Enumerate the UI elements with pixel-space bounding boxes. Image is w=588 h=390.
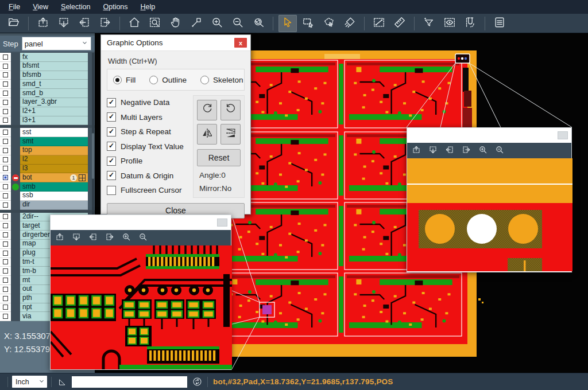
menu-options[interactable]: Options	[96, 0, 134, 14]
layer-name[interactable]: l3+1	[20, 116, 88, 126]
layer-visibility-cell[interactable]	[0, 267, 11, 276]
layer-visibility-checkbox[interactable]	[3, 287, 8, 292]
magnifier-window-right[interactable]	[407, 127, 572, 272]
layer-visibility-checkbox[interactable]	[3, 202, 8, 208]
layer-visibility-cell[interactable]	[0, 312, 11, 321]
reset-button[interactable]: Reset	[197, 149, 241, 166]
layer-visibility-cell[interactable]	[0, 128, 11, 137]
sync-icon[interactable]	[191, 376, 203, 388]
layer-name[interactable]: l2+1	[20, 107, 88, 116]
layer-visibility-checkbox[interactable]	[3, 251, 8, 256]
layer-visibility-cell[interactable]	[0, 182, 11, 192]
layer-visibility-cell[interactable]	[0, 303, 11, 313]
layer-name[interactable]: ssb	[20, 192, 88, 201]
layer-row-ssb[interactable]: ssb	[0, 192, 95, 201]
zoom-out-button[interactable]	[495, 145, 504, 157]
layer-row-bfsmt[interactable]: bfsmt	[0, 62, 95, 71]
measure-line-button[interactable]	[370, 15, 388, 32]
layer-visibility-checkbox[interactable]	[3, 72, 8, 77]
layer-visibility-cell[interactable]	[0, 249, 11, 258]
layer-row-top[interactable]: top	[0, 146, 95, 155]
window-titlebar[interactable]	[51, 215, 231, 230]
layer-visibility-checkbox[interactable]	[3, 241, 8, 247]
layer-name[interactable]: smb	[20, 182, 88, 192]
menu-selection[interactable]: Selection	[55, 0, 96, 14]
layer-visibility-checkbox[interactable]	[3, 175, 8, 180]
layer-visibility-cell[interactable]	[0, 276, 11, 285]
pan-left-button[interactable]	[88, 232, 98, 244]
pan-right-button[interactable]	[105, 232, 114, 244]
layer-visibility-cell[interactable]	[0, 146, 11, 155]
flip-horizontal-button[interactable]	[197, 124, 217, 145]
window-button[interactable]	[558, 131, 568, 139]
layer-name[interactable]: bfsmt	[20, 62, 88, 71]
pan-down-button[interactable]	[428, 145, 438, 157]
layer-visibility-checkbox[interactable]	[3, 166, 8, 171]
scrollbar-thumb[interactable]	[92, 133, 94, 179]
layer-row-l2[interactable]: l2	[0, 155, 95, 165]
menu-view[interactable]: View	[26, 0, 55, 14]
layer-visibility-checkbox[interactable]	[3, 223, 8, 228]
magnifier-window-left[interactable]	[50, 214, 231, 370]
layer-visibility-cell[interactable]	[0, 240, 11, 249]
checkbox-multi-layers[interactable]: ✓Multi Layers	[107, 110, 193, 125]
layer-name[interactable]: l3	[20, 165, 88, 174]
layer-name[interactable]: bot1	[20, 173, 88, 182]
pan-right-button[interactable]	[462, 145, 471, 157]
layer-row-smd_t[interactable]: smd_t	[0, 80, 95, 89]
command-input[interactable]	[72, 376, 187, 388]
layer-visibility-cell[interactable]	[0, 98, 11, 107]
window-titlebar[interactable]	[407, 128, 571, 143]
pan-left-button[interactable]	[445, 145, 454, 157]
rotate-cw-button[interactable]	[197, 100, 217, 120]
layer-visibility-cell[interactable]	[0, 89, 11, 98]
layer-visibility-checkbox[interactable]	[3, 91, 8, 96]
layer-name[interactable]: bfsmb	[20, 71, 88, 80]
pan-up-button[interactable]	[412, 145, 421, 157]
menu-file[interactable]: File	[2, 0, 26, 14]
zoom-window-button[interactable]	[146, 15, 164, 32]
layer-visibility-checkbox[interactable]	[3, 232, 8, 237]
layer-name[interactable]: l2	[20, 155, 88, 165]
radio-skeleton[interactable]: Skeleton	[200, 76, 243, 84]
window-content[interactable]	[51, 245, 231, 369]
unit-select[interactable]: Inch	[12, 376, 47, 388]
layer-visibility-checkbox[interactable]	[3, 278, 8, 283]
layer-visibility-cell[interactable]	[0, 258, 11, 267]
rotate-ccw-button[interactable]	[220, 100, 241, 120]
home-button[interactable]	[125, 15, 144, 32]
layer-row-dir[interactable]: dir	[0, 201, 95, 210]
layer-visibility-checkbox[interactable]	[3, 118, 8, 123]
checkbox-display-text-value[interactable]: ✓Display Text Value	[107, 139, 193, 154]
checkbox-fullscreen-cursor[interactable]: Fullscreen Cursor	[107, 183, 193, 198]
layer-visibility-cell[interactable]	[0, 137, 11, 146]
open-folder-button[interactable]	[5, 15, 23, 32]
window-button[interactable]	[217, 219, 227, 227]
pan-left-button[interactable]	[75, 15, 94, 32]
menu-help[interactable]: Help	[134, 0, 162, 14]
layer-visibility-cell[interactable]	[0, 285, 11, 294]
radio-outline[interactable]: Outline	[149, 76, 187, 84]
layer-visibility-checkbox[interactable]	[3, 184, 8, 189]
layer-visibility-cell[interactable]	[0, 192, 11, 201]
layer-visibility-checkbox[interactable]	[3, 193, 8, 198]
pan-down-button[interactable]	[55, 15, 73, 32]
pan-right-button[interactable]	[96, 15, 114, 32]
step-select[interactable]: panel	[22, 37, 91, 50]
select-arrow-button[interactable]	[278, 15, 297, 32]
layer-visibility-cell[interactable]	[0, 155, 11, 165]
zoom-in-button[interactable]	[478, 145, 488, 157]
layer-visibility-checkbox[interactable]	[3, 54, 8, 60]
zoom-previous-button[interactable]	[249, 15, 268, 32]
layer-row-l3+1[interactable]: l3+1	[0, 116, 95, 126]
layer-visibility-cell[interactable]	[0, 221, 11, 231]
filter-button[interactable]	[420, 15, 438, 32]
layer-visibility-checkbox[interactable]	[3, 305, 8, 310]
pan-up-button[interactable]	[55, 232, 64, 244]
flip-vertical-button[interactable]	[220, 124, 241, 145]
zoom-out-button[interactable]	[138, 232, 148, 244]
layer-visibility-cell[interactable]	[0, 116, 11, 126]
layer-name[interactable]: layer_3.gbr	[20, 98, 88, 107]
layer-visibility-cell[interactable]	[0, 53, 11, 62]
layer-visibility-cell[interactable]	[0, 107, 11, 116]
